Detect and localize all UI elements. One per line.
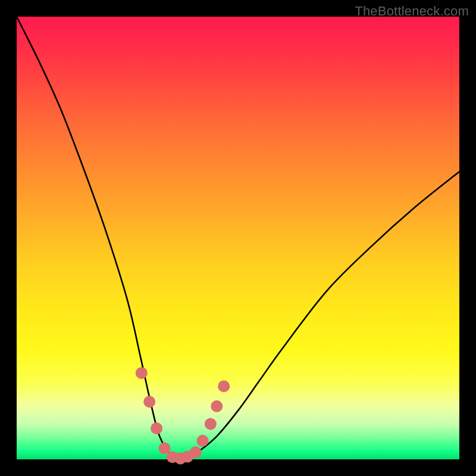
- watermark-text: TheBottleneck.com: [355, 4, 469, 19]
- highlight-dot: [196, 435, 208, 447]
- highlight-dot: [218, 380, 230, 392]
- highlight-dot: [158, 442, 170, 454]
- highlight-dots-group: [136, 367, 230, 465]
- bottleneck-curve-line: [17, 17, 459, 460]
- highlight-dot: [211, 400, 223, 412]
- highlight-dot: [190, 446, 202, 458]
- chart-svg: [17, 17, 459, 459]
- highlight-dot: [151, 422, 162, 434]
- highlight-dot: [205, 418, 217, 430]
- highlight-dot: [136, 367, 148, 379]
- plot-area: [17, 17, 459, 459]
- chart-frame: TheBottleneck.com: [0, 0, 476, 476]
- highlight-dot: [143, 396, 155, 408]
